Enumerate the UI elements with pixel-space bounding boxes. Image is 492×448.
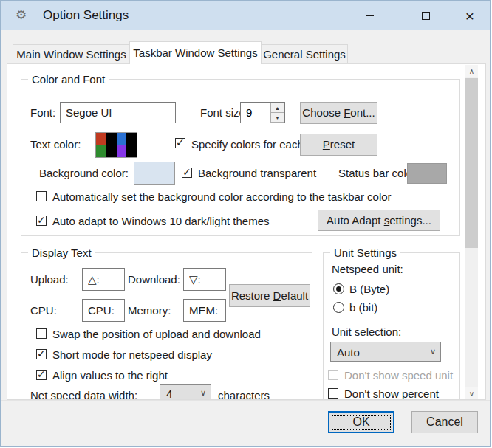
checkbox-box [36,328,47,339]
spin-down-icon: ▼ [275,115,280,120]
netspeed-unit-label: Netspeed unit: [332,261,403,278]
background-color-swatch[interactable] [134,162,175,185]
font-input[interactable] [60,102,176,123]
checkbox-box [182,168,192,178]
spin-down-button[interactable]: ▼ [270,112,284,123]
text-color-swatch[interactable] [95,132,137,158]
group-color-and-font: Color and Font Font: Font size: ▲ ▼ Choo… [21,79,460,236]
data-width-dropdown[interactable]: 4 ∨ [160,384,211,400]
group-legend: Display Text [28,246,95,260]
checkbox-box [36,191,47,201]
data-width-label: Net speed data width: [30,386,137,400]
tab-general-settings[interactable]: General Settings [261,44,348,63]
radio-label: B (Byte) [349,281,389,297]
chevron-down-icon: ∨ [430,346,436,356]
memory-format-input[interactable] [183,299,226,322]
tab-main-window-settings[interactable]: Main Window Settings [13,44,130,63]
scroll-down-icon: ∨ [469,390,474,398]
checkbox-box [36,349,47,359]
scroll-up-button[interactable]: ∧ [465,65,478,77]
cpu-label: CPU: [30,299,57,322]
radio-label: b (bit) [349,300,377,316]
radio-circle [333,283,344,294]
group-legend: Unit Settings [330,246,400,260]
download-format-input[interactable] [183,268,226,291]
text-color-label: Text color: [30,134,81,156]
spin-up-icon: ▲ [275,106,280,111]
checkbox-box [175,138,185,148]
group-unit-settings: Unit Settings Netspeed unit: B (Byte) b … [323,252,460,400]
upload-format-input[interactable] [82,268,125,291]
preset-button[interactable]: Preset [300,134,377,156]
restore-default-button[interactable]: Restore Default [229,284,310,307]
cpu-format-input[interactable] [82,299,125,322]
close-button[interactable]: × [453,1,487,30]
ok-button[interactable]: OK [328,411,394,433]
vertical-scrollbar[interactable]: ∧ ∨ [465,65,478,400]
minimize-icon [366,15,374,16]
maximize-button[interactable] [409,1,443,30]
download-color [117,133,127,145]
data-width-suffix: characters [218,386,270,400]
background-color-label: Background color: [39,162,129,185]
checkbox-label: Auto adapt to Windows 10 dark/light them… [52,212,270,231]
tab-taskbar-window-settings[interactable]: Taskbar Window Settings [129,41,262,64]
checkbox-label: Don't show percent [344,385,439,400]
checkbox-label: Swap the position of upload and download [52,325,261,344]
font-size-spinner: ▲ ▼ [240,102,285,123]
unit-selection-label: Unit selection: [332,324,401,340]
swatch-stripe [117,133,127,157]
memory-color [117,145,127,158]
checkbox-label: Specify colors for each ite [191,134,318,156]
swatch-stripe [96,133,106,157]
choose-font-button[interactable]: Choose Font... [300,102,377,124]
gear-icon: ⚙ [16,8,27,23]
scrollbar-thumb[interactable] [465,78,478,248]
checkbox-label: Automatically set the background color a… [52,187,392,207]
radio-circle [333,302,344,313]
checkbox-box [328,370,338,380]
group-display-text: Display Text Upload: Download: Restore D… [21,252,312,400]
swatch-stripe [106,133,117,157]
cancel-button[interactable]: Cancel [411,411,478,433]
upload-label: Upload: [30,268,69,291]
option-settings-window: ⚙ Option Settings × Main Window Settings… [0,0,491,447]
memory-label: Memory: [128,299,171,322]
titlebar: ⚙ Option Settings × [1,1,491,30]
chevron-down-icon: ∨ [200,388,206,398]
auto-adapt-settings-button[interactable]: Auto Adapt settings... [318,210,440,231]
checkbox-label: Background transparent [198,162,316,185]
checkbox-box [36,216,47,226]
maximize-icon [422,12,430,20]
footer-divider [1,400,491,401]
swatch-stripe [126,133,137,157]
cpu-color [96,145,106,158]
close-icon: × [465,8,474,24]
scroll-up-icon: ∧ [469,67,474,75]
font-size-input[interactable] [241,103,269,123]
spinner-buttons: ▲ ▼ [270,103,284,123]
scroll-down-button[interactable]: ∨ [465,387,478,400]
checkbox-box [328,388,338,399]
checkbox-label: Don't show speed unit [344,366,453,385]
status-bar-color-swatch[interactable] [407,163,447,184]
download-label: Download: [128,268,180,291]
spin-up-button[interactable]: ▲ [270,103,284,113]
checkbox-label: Short mode for netspeed display [52,345,212,365]
checkbox-box [36,370,47,380]
minimize-button[interactable] [352,1,386,30]
group-legend: Color and Font [28,72,109,86]
font-label: Font: [30,102,55,124]
dropdown-value: 4 [166,387,172,400]
checkbox-label: Align values to the right [52,366,168,385]
upload-color [96,133,106,145]
dropdown-value: Auto [337,345,360,358]
taskbar-settings-page: Color and Font Font: Font size: ▲ ▼ Choo… [7,63,486,400]
window-title: Option Settings [43,7,129,24]
unit-selection-dropdown[interactable]: Auto ∨ [330,342,441,362]
